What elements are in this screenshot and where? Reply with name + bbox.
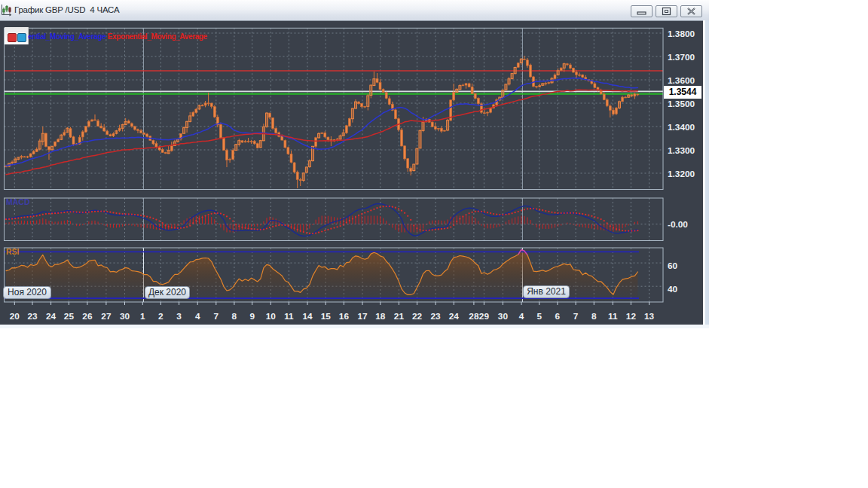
svg-text:1: 1 <box>140 311 145 322</box>
svg-text:25: 25 <box>64 311 75 322</box>
svg-text:21: 21 <box>394 311 405 322</box>
svg-text:16: 16 <box>339 311 350 322</box>
svg-text:11: 11 <box>608 311 618 322</box>
svg-text:23: 23 <box>431 311 442 322</box>
svg-text:60: 60 <box>668 261 678 271</box>
svg-text:10: 10 <box>266 311 277 322</box>
svg-text:1.3200: 1.3200 <box>668 169 695 179</box>
svg-text:1.3400: 1.3400 <box>668 122 695 133</box>
svg-text:RSI: RSI <box>6 247 20 256</box>
svg-text:27: 27 <box>101 311 112 322</box>
svg-text:11: 11 <box>284 311 294 322</box>
svg-text:1.3700: 1.3700 <box>668 52 695 63</box>
svg-text:3: 3 <box>176 311 182 322</box>
svg-text:MACD: MACD <box>6 197 30 206</box>
svg-text:15: 15 <box>321 311 332 322</box>
svg-text:5: 5 <box>536 311 542 322</box>
svg-text:9: 9 <box>249 311 255 322</box>
svg-text:1.3300: 1.3300 <box>668 145 695 156</box>
svg-text:4: 4 <box>195 311 200 322</box>
svg-text:2: 2 <box>158 311 164 322</box>
svg-text:8: 8 <box>232 311 237 322</box>
svg-text:23: 23 <box>27 311 38 322</box>
svg-text:1.3500: 1.3500 <box>668 99 695 109</box>
svg-text:18: 18 <box>375 311 386 322</box>
svg-text:7: 7 <box>573 311 579 322</box>
svg-text:29: 29 <box>479 311 490 322</box>
svg-text:22: 22 <box>412 311 423 322</box>
svg-text:4: 4 <box>519 311 524 322</box>
svg-text:30: 30 <box>498 311 509 322</box>
svg-text:24: 24 <box>46 311 57 322</box>
svg-text:40: 40 <box>668 284 678 294</box>
svg-text:12: 12 <box>626 311 637 322</box>
svg-text:8: 8 <box>591 311 597 322</box>
svg-text:20: 20 <box>10 311 20 322</box>
svg-text:24: 24 <box>449 311 460 322</box>
svg-text:1.3800: 1.3800 <box>668 29 695 39</box>
svg-text:7: 7 <box>214 311 219 322</box>
svg-text:6: 6 <box>555 311 561 322</box>
svg-text:30: 30 <box>120 311 130 322</box>
svg-text:14: 14 <box>302 311 313 322</box>
svg-text:26: 26 <box>82 311 93 322</box>
svg-text:-0.00: -0.00 <box>668 219 688 230</box>
svg-text:28: 28 <box>469 311 479 322</box>
svg-text:13: 13 <box>644 311 655 322</box>
svg-text:1.3600: 1.3600 <box>668 75 695 86</box>
svg-text:17: 17 <box>357 311 368 322</box>
